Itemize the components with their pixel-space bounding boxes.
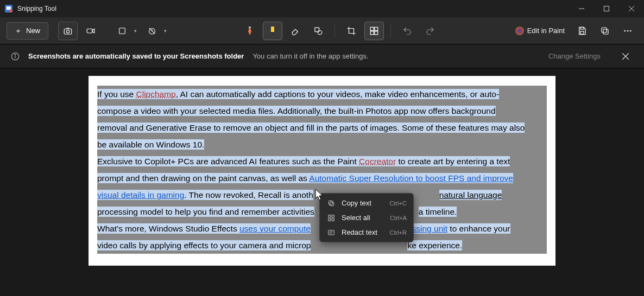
minimize-button[interactable] <box>569 0 594 17</box>
context-select-label: Select all <box>342 214 384 222</box>
svg-rect-38 <box>329 218 331 221</box>
notification-title: Screenshots are automatically saved to y… <box>28 52 244 60</box>
context-copy-shortcut: Ctrl+C <box>390 200 407 207</box>
svg-point-27 <box>627 30 629 31</box>
close-notification-button[interactable] <box>618 49 633 64</box>
context-redact-text[interactable]: Redact text Ctrl+R <box>322 225 411 240</box>
paint-icon <box>515 27 524 35</box>
svg-rect-36 <box>329 215 331 217</box>
svg-point-17 <box>318 30 322 35</box>
shapes-tool-button[interactable] <box>308 22 328 40</box>
svg-rect-25 <box>602 28 607 33</box>
svg-point-28 <box>630 30 632 31</box>
window-controls <box>569 0 644 17</box>
svg-rect-20 <box>370 31 374 34</box>
select-all-icon <box>326 214 336 222</box>
redact-icon <box>326 229 336 236</box>
svg-point-2 <box>9 9 12 12</box>
copy-icon <box>326 200 336 207</box>
context-redact-label: Redact text <box>342 228 384 236</box>
snip-mode-dropdown[interactable]: ▾ <box>112 22 139 40</box>
delay-dropdown[interactable]: ▾ <box>142 22 169 40</box>
svg-rect-39 <box>332 218 334 221</box>
svg-rect-19 <box>375 27 378 30</box>
notification-bar: Screenshots are automatically saved to y… <box>0 44 644 68</box>
svg-rect-1 <box>7 7 11 10</box>
svg-rect-15 <box>271 27 274 32</box>
titlebar: Snipping Tool <box>0 0 644 17</box>
highlighter-tool-button[interactable] <box>263 22 282 40</box>
maximize-button[interactable] <box>594 0 619 17</box>
svg-rect-22 <box>580 27 584 29</box>
plus-icon: ＋ <box>15 26 22 36</box>
undo-button[interactable] <box>397 22 417 40</box>
svg-rect-35 <box>329 201 332 204</box>
context-copy-text[interactable]: Copy text Ctrl+C <box>322 196 411 210</box>
svg-rect-40 <box>329 230 334 234</box>
more-button[interactable] <box>618 22 637 40</box>
save-button[interactable] <box>572 22 592 40</box>
video-mode-button[interactable] <box>81 22 100 40</box>
svg-rect-37 <box>332 215 334 217</box>
notification-subtitle: You can turn it off in the app settings. <box>252 52 368 60</box>
text-actions-button[interactable] <box>364 22 384 40</box>
context-redact-shortcut: Ctrl+R <box>390 229 407 236</box>
svg-point-31 <box>15 54 15 55</box>
info-icon <box>11 52 20 61</box>
chevron-down-icon: ▾ <box>162 28 169 34</box>
svg-point-26 <box>624 30 626 31</box>
close-button[interactable] <box>619 0 644 17</box>
camera-mode-button[interactable] <box>58 22 78 40</box>
pen-tool-button[interactable] <box>240 22 260 40</box>
context-select-all[interactable]: Select all Ctrl+A <box>322 210 411 225</box>
svg-rect-10 <box>119 28 125 34</box>
new-button[interactable]: ＋ New <box>7 22 48 40</box>
edit-in-paint-button[interactable]: Edit in Paint <box>511 24 569 37</box>
app-icon <box>4 4 13 13</box>
svg-point-8 <box>66 30 69 33</box>
crop-tool-button[interactable] <box>342 22 361 40</box>
context-menu: Copy text Ctrl+C Select all Ctrl+A Redac… <box>319 193 414 242</box>
svg-rect-9 <box>87 29 92 33</box>
edit-in-paint-label: Edit in Paint <box>527 27 565 35</box>
app-title: Snipping Tool <box>17 5 56 12</box>
toolbar: ＋ New ▾ ▾ Edit in Paint <box>0 17 644 44</box>
context-select-shortcut: Ctrl+A <box>390 215 407 221</box>
svg-rect-23 <box>580 31 584 34</box>
chevron-down-icon: ▾ <box>132 28 139 34</box>
eraser-tool-button[interactable] <box>286 22 305 40</box>
svg-rect-21 <box>375 31 378 34</box>
svg-rect-14 <box>249 27 251 28</box>
context-copy-label: Copy text <box>342 199 384 207</box>
svg-rect-7 <box>64 29 72 34</box>
change-settings-link[interactable]: Change Settings <box>548 52 601 60</box>
svg-rect-34 <box>330 202 334 205</box>
new-button-label: New <box>26 27 40 35</box>
svg-rect-24 <box>603 29 608 34</box>
copy-button[interactable] <box>595 22 615 40</box>
svg-rect-18 <box>370 27 374 30</box>
svg-rect-4 <box>604 7 609 11</box>
redo-button[interactable] <box>420 22 440 40</box>
